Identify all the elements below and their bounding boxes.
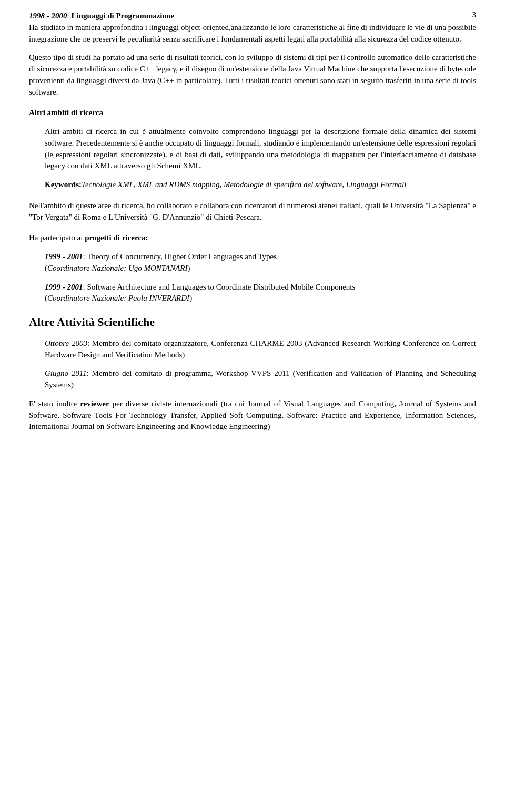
conference-2-date: Giugno 2011 [45, 369, 87, 377]
page-number: 3 [472, 9, 477, 21]
progetti-section: Ha partecipato ai progetti di ricerca: 1… [29, 232, 476, 304]
conference-1-date: Ottobre 2003 [45, 339, 87, 347]
project-2-coord-end: ) [189, 294, 192, 302]
conference-entry-2: Giugno 2011: Membro del comitato di prog… [29, 368, 476, 391]
conference-entry-1: Ottobre 2003: Membro del comitato organi… [29, 338, 476, 361]
intro-paragraph-2: Questo tipo di studi ha portato ad una s… [29, 52, 476, 98]
project-entry-1: 1999 - 2001: Theory of Concurrency, High… [29, 251, 476, 274]
project-1-colon: : Theory of Concurrency, Higher Order La… [83, 252, 277, 261]
reviewer-section: E' stato inoltre reviewer per diverse ri… [29, 398, 476, 433]
keywords-line: Keywords:Tecnologie XML, XML and RDMS ma… [29, 179, 476, 191]
lang-heading: Linguaggi di Programmazione [71, 12, 174, 20]
collaborazione-section: Nell'ambito di queste aree di ricerca, h… [29, 200, 476, 223]
intro-paragraph: 1998 - 2000: Linguaggi di Programmazione… [29, 11, 476, 45]
altri-ambiti-section: Altri ambiti di ricerca Altri ambiti di … [29, 107, 476, 191]
conference-1-text: Ottobre 2003: Membro del comitato organi… [45, 338, 476, 361]
project-entry-2: 1999 - 2001: Software Architecture and L… [29, 282, 476, 305]
year-range-1998: 1998 - 2000 [29, 12, 67, 20]
conference-1-colon: : Membro del comitato organizzatore, Con… [45, 339, 476, 359]
project-2-text: 1999 - 2001: Software Architecture and L… [45, 282, 476, 305]
reviewer-text: E' stato inoltre reviewer per diverse ri… [29, 398, 476, 433]
progetti-bold-heading: progetti di ricerca: [85, 233, 148, 242]
altre-attivita-heading: Altre Attività Scientifiche [29, 314, 476, 331]
intro-text-1: Ha studiato in maniera approfondita i li… [29, 23, 476, 43]
project-1-year: 1999 - 2001 [45, 252, 83, 261]
altre-attivita-section: Altre Attività Scientifiche Ottobre 2003… [29, 314, 476, 433]
progetti-heading-para: Ha partecipato ai progetti di ricerca: [29, 232, 476, 244]
reviewer-bold: reviewer [80, 399, 109, 408]
keywords-label: Keywords: [45, 180, 82, 189]
collaborazione-text: Nell'ambito di queste aree di ricerca, h… [29, 200, 476, 223]
altri-ambiti-heading-para: Altri ambiti di ricerca [29, 107, 476, 119]
project-1-coord-end: ) [188, 264, 190, 272]
keywords-value: Tecnologie XML, XML and RDMS mapping, Me… [82, 180, 406, 189]
page: 3 1998 - 2000: Linguaggi di Programmazio… [0, 0, 505, 812]
conference-2-text: Giugno 2011: Membro del comitato di prog… [45, 368, 476, 391]
intro-section: 1998 - 2000: Linguaggi di Programmazione… [29, 11, 476, 98]
altri-ambiti-heading: Altri ambiti di ricerca [29, 108, 103, 117]
project-1-coord-label: Coordinatore Nazionale: Ugo MONTANARI [47, 264, 188, 272]
conference-2-colon: : Membro del comitato di programma, Work… [45, 369, 476, 389]
project-2-year: 1999 - 2001 [45, 283, 83, 291]
project-1-text: 1999 - 2001: Theory of Concurrency, High… [45, 251, 476, 274]
project-2-colon: : Software Architecture and Languages to… [83, 283, 356, 291]
project-2-coord-label: Coordinatore Nazionale: Paola INVERARDI [47, 294, 189, 302]
altri-ambiti-body: Altri ambiti di ricerca in cui è attualm… [29, 126, 476, 172]
